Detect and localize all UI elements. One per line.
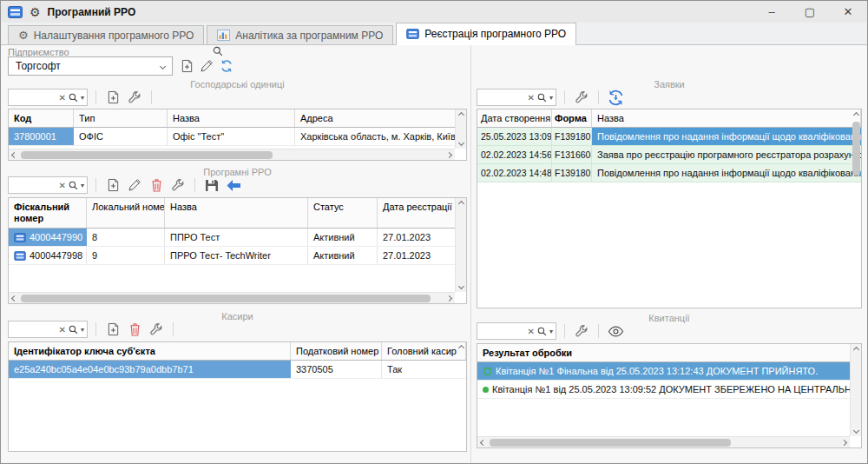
search-icon[interactable] (537, 93, 547, 103)
search-options-caret-icon[interactable]: ▾ (549, 328, 553, 335)
rro-date-cell[interactable]: 27.01.2023 (378, 247, 466, 264)
rro-fiscal-cell[interactable]: 4000447998 (9, 247, 87, 264)
receipt-result-cell[interactable]: Квітанція №1 від 25.05.2023 13:09:52 ДОК… (477, 381, 861, 398)
search-icon[interactable] (69, 325, 78, 335)
rro-status-cell[interactable]: Активний (308, 229, 378, 246)
unit-type-cell[interactable]: ОФІС (74, 128, 168, 145)
close-button[interactable]: ✕ (829, 1, 867, 23)
rro-name-cell[interactable]: ПРРО Тест- TechWriter (165, 247, 308, 264)
scrollbar-thumb[interactable] (490, 439, 731, 447)
column-header[interactable]: Назва (165, 198, 308, 228)
cashier-main-cell[interactable]: Так (382, 361, 466, 378)
request-date-cell[interactable]: 02.02.2023 14:48:23 (477, 164, 552, 182)
rro-date-cell[interactable]: 27.01.2023 (378, 229, 466, 246)
column-header[interactable]: Форма (552, 109, 592, 127)
receipts-search-input[interactable]: ✕ ▾ (477, 322, 556, 340)
horizontal-scrollbar[interactable] (477, 436, 850, 447)
cashier-tax-cell[interactable]: 3370505 (291, 361, 382, 378)
scroll-down-icon[interactable] (853, 428, 859, 434)
scroll-right-icon[interactable] (446, 152, 452, 158)
view-receipt-button[interactable] (607, 322, 624, 340)
scroll-down-icon[interactable] (458, 283, 464, 289)
edit-rro-button[interactable] (126, 176, 143, 194)
delete-rro-button[interactable] (148, 176, 165, 194)
rro-fiscal-cell[interactable]: 4000447990 (9, 229, 87, 246)
request-date-cell[interactable]: 25.05.2023 13:09:52 (477, 128, 552, 145)
column-header[interactable]: Код (9, 109, 74, 127)
rro-settings-button[interactable] (169, 176, 187, 194)
vertical-scrollbar[interactable] (455, 109, 466, 149)
search-icon[interactable] (69, 93, 78, 103)
table-row[interactable]: 02.02.2023 14:56:24 F1316604 Заява про р… (477, 146, 861, 164)
unit-address-cell[interactable]: Харківська область, м. Харків, Київський… (295, 128, 466, 145)
column-header[interactable]: Назва (168, 109, 295, 127)
add-unit-button[interactable] (104, 89, 122, 106)
request-name-cell[interactable]: Повідомлення про надання інформації щодо… (592, 164, 861, 182)
request-settings-button[interactable] (573, 89, 590, 106)
column-header[interactable]: Податковий номер (291, 342, 382, 360)
rro-search-input[interactable]: ✕ ▾ (8, 176, 88, 194)
column-header[interactable]: Головний касир (382, 342, 466, 360)
scroll-right-icon[interactable] (841, 440, 847, 446)
scroll-left-icon[interactable] (11, 152, 17, 158)
scrollbar-thumb[interactable] (852, 122, 860, 176)
column-header[interactable]: Назва (592, 109, 861, 127)
back-arrow-button[interactable] (225, 176, 242, 194)
receipt-settings-button[interactable] (573, 322, 590, 340)
scroll-left-icon[interactable] (480, 440, 486, 446)
horizontal-scrollbar[interactable] (9, 292, 455, 303)
vertical-scrollbar[interactable] (850, 344, 861, 436)
scroll-down-icon[interactable] (458, 140, 464, 146)
column-header[interactable]: Результат обробки (477, 344, 861, 361)
horizontal-scrollbar[interactable] (9, 149, 455, 160)
scrollbar-thumb[interactable] (21, 295, 431, 302)
search-options-caret-icon[interactable]: ▾ (81, 94, 84, 102)
search-icon[interactable] (69, 181, 78, 190)
request-form-cell[interactable]: F1391802 (552, 128, 592, 145)
request-form-cell[interactable]: F1391802 (552, 164, 592, 182)
clear-search-icon[interactable]: ✕ (59, 181, 66, 190)
table-row[interactable]: Квітанція №1 Фінальна від 25.05.2023 13:… (477, 362, 861, 381)
add-enterprise-button[interactable] (178, 57, 195, 75)
edit-enterprise-button[interactable] (198, 57, 215, 75)
sync-download-button[interactable] (607, 89, 624, 106)
column-header[interactable]: Дата реєстрації (378, 198, 466, 228)
search-options-caret-icon[interactable]: ▾ (81, 182, 84, 189)
units-search-input[interactable]: ✕ ▾ (8, 89, 88, 106)
column-header[interactable]: Ідентифікатор ключа суб'єкта (9, 342, 291, 360)
table-row[interactable]: Квітанція №1 від 25.05.2023 13:09:52 ДОК… (477, 381, 861, 399)
column-header[interactable]: Тип (74, 109, 168, 127)
add-cashier-button[interactable] (104, 321, 122, 338)
receipt-result-cell[interactable]: Квітанція №1 Фінальна від 25.05.2023 13:… (477, 362, 861, 380)
table-row[interactable]: 4000447998 9 ПРРО Тест- TechWriter Актив… (9, 247, 466, 265)
table-row[interactable]: 25.05.2023 13:09:52 F1391802 Повідомленн… (477, 128, 861, 146)
rro-status-cell[interactable]: Активний (308, 247, 378, 264)
column-header[interactable]: Статус (308, 198, 378, 228)
search-options-caret-icon[interactable]: ▾ (81, 326, 84, 334)
table-row[interactable]: e25a240bc05a4e04e0bc93b79a0dbb7b71 33705… (9, 361, 466, 379)
scroll-up-icon[interactable] (458, 201, 464, 207)
clear-search-icon[interactable]: ✕ (59, 93, 66, 103)
maximize-button[interactable]: ▢ (791, 1, 829, 23)
clear-search-icon[interactable]: ✕ (528, 93, 535, 103)
save-button[interactable] (203, 176, 220, 194)
clear-search-icon[interactable]: ✕ (528, 327, 535, 336)
table-row[interactable]: 37800001 ОФІС Офіс "Тест" Харківська обл… (9, 128, 466, 146)
column-header[interactable]: Локальний номер (87, 198, 165, 228)
scroll-left-icon[interactable] (11, 295, 17, 302)
rro-name-cell[interactable]: ППРО Тест (165, 229, 308, 246)
scroll-right-icon[interactable] (446, 295, 452, 302)
request-form-cell[interactable]: F1316604 (552, 146, 592, 163)
request-date-cell[interactable]: 02.02.2023 14:56:24 (477, 146, 552, 163)
requests-search-input[interactable]: ✕ ▾ (477, 89, 556, 106)
refresh-button[interactable] (218, 57, 235, 75)
unit-code-cell[interactable]: 37800001 (9, 128, 74, 145)
scroll-up-icon[interactable] (853, 347, 859, 353)
scroll-up-icon[interactable] (458, 112, 464, 118)
vertical-scrollbar[interactable] (455, 198, 466, 292)
search-icon[interactable] (212, 45, 224, 57)
table-row[interactable]: 4000447990 8 ППРО Тест Активний 27.01.20… (9, 229, 466, 247)
request-name-cell[interactable]: Повідомлення про надання інформації щодо… (592, 128, 861, 145)
tab-registration[interactable]: Реєстрація програмного РРО (396, 23, 576, 44)
cashiers-search-input[interactable]: ✕ ▾ (8, 321, 88, 338)
